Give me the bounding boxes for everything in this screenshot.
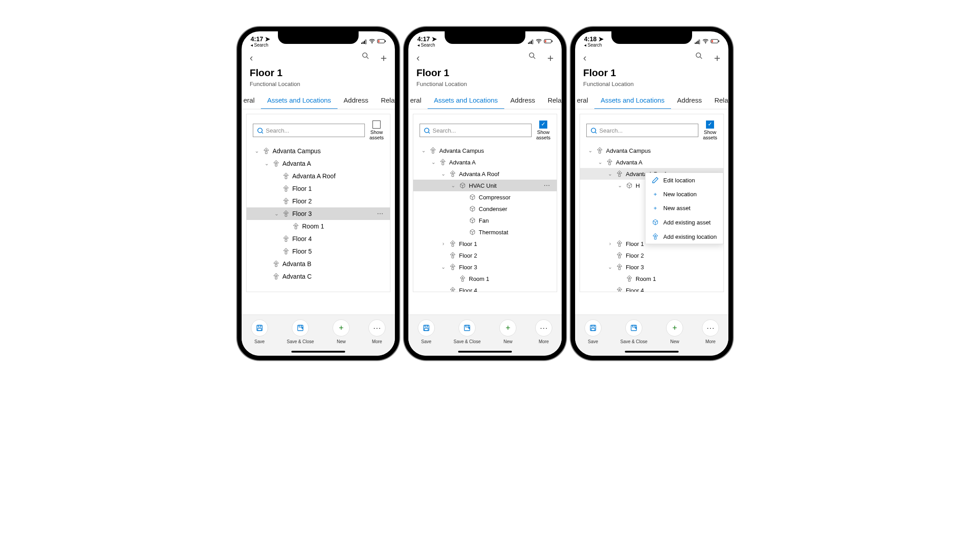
more-icon[interactable]: ⋯ (544, 182, 552, 189)
new-button[interactable]: +New (333, 319, 350, 344)
tab-assets-locations[interactable]: Assets and Locations (428, 92, 504, 109)
back-button[interactable]: ‹ (416, 52, 420, 64)
tree-item[interactable]: ⌄Advanta A (247, 157, 390, 170)
tree-item[interactable]: ⌄Advanta Campus (247, 145, 390, 157)
more-icon[interactable]: ⋯ (377, 210, 385, 217)
chevron-down-icon[interactable]: ⌄ (597, 159, 603, 165)
chevron-down-icon[interactable]: ⌄ (617, 182, 623, 189)
save-close-button[interactable]: Save & Close (620, 319, 648, 344)
tree-item[interactable]: Floor 4 (580, 284, 723, 292)
search-input[interactable]: Search... (420, 124, 532, 137)
tab-address[interactable]: Address (504, 92, 541, 109)
tree-item[interactable]: Advanta B (247, 258, 390, 270)
save-button[interactable]: Save (251, 319, 268, 344)
tree-item[interactable]: ⌄Floor 3 (580, 261, 723, 273)
chevron-down-icon[interactable]: ⌄ (450, 182, 456, 189)
tree-item[interactable]: Fan (413, 215, 557, 226)
tab-general[interactable]: eral (408, 92, 428, 109)
tab-assets-locations[interactable]: Assets and Locations (594, 92, 671, 109)
menu-add-existing-asset[interactable]: Add existing asset (645, 215, 723, 229)
add-button[interactable]: + (714, 52, 720, 65)
tree-item[interactable]: ⌄Advanta Campus (413, 145, 557, 156)
add-button[interactable]: + (381, 52, 387, 65)
home-indicator[interactable] (625, 351, 679, 353)
tree-item[interactable]: Room 1 (580, 273, 723, 284)
wifi-icon (702, 38, 709, 45)
tab-address[interactable]: Address (671, 92, 708, 109)
chevron-down-icon[interactable]: ⌄ (264, 160, 270, 167)
save-button[interactable]: Save (418, 319, 435, 344)
tree-item[interactable]: ⌄Advanta A (580, 156, 723, 168)
search-input[interactable]: Search... (586, 124, 698, 137)
tab-related[interactable]: Relate (708, 92, 728, 109)
show-assets-checkbox[interactable]: ✓ (706, 121, 714, 129)
chevron-down-icon[interactable]: ⌄ (430, 159, 437, 165)
tree-item[interactable]: Floor 1 (247, 182, 390, 195)
tree-item[interactable]: Floor 2 (247, 195, 390, 207)
search-icon[interactable] (695, 52, 703, 60)
tree-item[interactable]: Floor 4 (413, 284, 557, 292)
tab-related[interactable]: Relate (541, 92, 562, 109)
tab-related[interactable]: Relate (375, 92, 395, 109)
tree-item-selected[interactable]: ⌄HVAC Unit⋯ (413, 180, 557, 191)
chevron-down-icon[interactable]: ⌄ (440, 264, 446, 270)
home-indicator[interactable] (458, 351, 512, 353)
show-assets-checkbox[interactable]: ✓ (539, 121, 547, 129)
tree-item[interactable]: Compressor (413, 191, 557, 203)
tree-item[interactable]: ›Floor 1 (413, 238, 557, 250)
tab-general[interactable]: eral (242, 92, 261, 109)
tree-item[interactable]: Thermostat (413, 226, 557, 238)
tree-item[interactable]: ⌄Advanta A Roof (413, 168, 557, 180)
chevron-down-icon[interactable]: ⌄ (607, 171, 613, 177)
tree-item[interactable]: Floor 2 (413, 250, 557, 261)
home-indicator[interactable] (291, 351, 345, 353)
tree-item[interactable]: Floor 2 (580, 250, 723, 261)
chevron-right-icon[interactable]: › (440, 241, 446, 247)
back-to-search[interactable]: ◂ Search (584, 43, 602, 47)
location-icon (616, 252, 623, 259)
tree-item[interactable]: Advanta C (247, 270, 390, 283)
menu-new-asset[interactable]: +New asset (645, 201, 723, 215)
chevron-down-icon[interactable]: ⌄ (420, 147, 427, 154)
save-button[interactable]: Save (585, 319, 602, 344)
menu-add-existing-location[interactable]: Add existing location (645, 229, 723, 244)
tree-item-selected[interactable]: ⌄Floor 3⋯ (247, 207, 390, 220)
add-button[interactable]: + (547, 52, 554, 65)
chevron-down-icon[interactable]: ⌄ (273, 211, 280, 217)
tree-item[interactable]: Floor 5 (247, 245, 390, 258)
more-button[interactable]: ⋯More (702, 319, 719, 344)
search-icon[interactable] (528, 52, 537, 60)
more-button[interactable]: ⋯More (368, 319, 385, 344)
new-button[interactable]: +New (499, 319, 516, 344)
save-close-button[interactable]: Save & Close (287, 319, 314, 344)
more-button[interactable]: ⋯More (535, 319, 552, 344)
back-button[interactable]: ‹ (583, 52, 586, 64)
tree-item[interactable]: ⌄Advanta A (413, 156, 557, 168)
save-close-button[interactable]: Save & Close (454, 319, 481, 344)
tree-item[interactable]: Room 1 (247, 220, 390, 233)
chevron-down-icon[interactable]: ⌄ (587, 147, 593, 154)
tree-item[interactable]: Room 1 (413, 273, 557, 284)
tab-general[interactable]: eral (575, 92, 594, 109)
tree-item[interactable]: Condenser (413, 203, 557, 215)
chevron-down-icon[interactable]: ⌄ (440, 171, 446, 177)
chevron-down-icon[interactable]: ⌄ (607, 264, 613, 270)
tree-item[interactable]: ⌄Floor 3 (413, 261, 557, 273)
search-input[interactable]: Search... (253, 124, 365, 137)
tree-item[interactable]: ⌄Advanta Campus (580, 145, 723, 156)
chevron-down-icon[interactable]: ⌄ (254, 148, 260, 154)
asset-icon (469, 217, 476, 224)
show-assets-checkbox[interactable] (372, 121, 381, 129)
back-to-search[interactable]: ◂ Search (251, 43, 268, 47)
menu-edit-location[interactable]: Edit location (645, 173, 723, 187)
menu-new-location[interactable]: +New location (645, 187, 723, 201)
new-button[interactable]: +New (666, 319, 683, 344)
search-icon[interactable] (362, 52, 370, 60)
tab-assets-locations[interactable]: Assets and Locations (261, 92, 338, 109)
tree-item[interactable]: Floor 4 (247, 233, 390, 245)
chevron-right-icon[interactable]: › (607, 241, 613, 247)
back-to-search[interactable]: ◂ Search (417, 43, 435, 47)
back-button[interactable]: ‹ (250, 52, 253, 64)
tab-address[interactable]: Address (338, 92, 375, 109)
tree-item[interactable]: Advanta A Roof (247, 170, 390, 182)
